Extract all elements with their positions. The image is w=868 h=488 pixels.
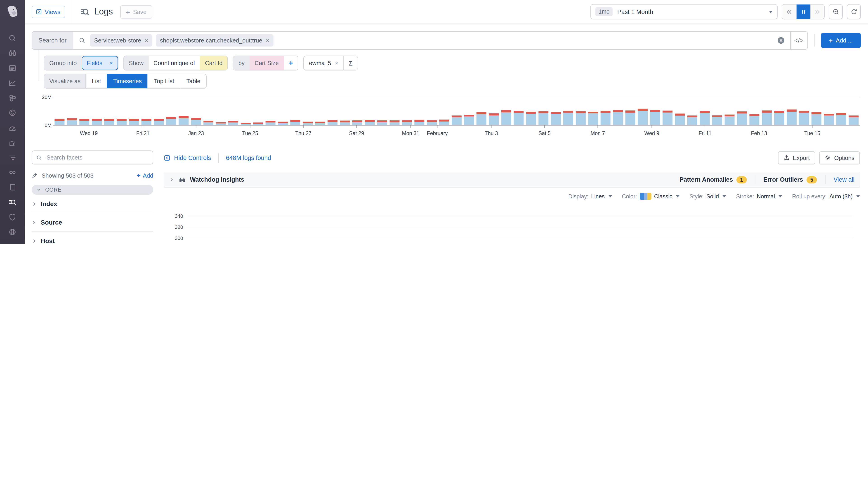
control-label: Display:: [568, 193, 588, 199]
svg-text:Wed 19: Wed 19: [80, 130, 98, 136]
security-icon[interactable]: [4, 210, 21, 225]
divider: [218, 153, 219, 163]
facet-section-index[interactable]: Index: [32, 195, 153, 213]
watchdog-item-pattern-anomalies[interactable]: Pattern Anomalies1: [680, 176, 747, 183]
group-by-control[interactable]: by Cart Size +: [233, 56, 299, 70]
log-search-bar[interactable]: Search for Service:web-store×shopist.web…: [32, 31, 808, 50]
search-filter-chip[interactable]: shopist.webstore.cart.checked_out:true×: [156, 34, 274, 46]
group-into-control[interactable]: Group into Fields ×: [44, 56, 119, 70]
zoom-out-icon: [832, 8, 839, 15]
visualize-option-top-list[interactable]: Top List: [148, 74, 180, 88]
hide-controls-button[interactable]: Hide Controls: [164, 154, 211, 161]
visualize-option-table[interactable]: Table: [180, 74, 206, 88]
page-title: Logs: [80, 6, 113, 17]
clear-search-button[interactable]: [777, 37, 785, 44]
divider: [72, 0, 72, 24]
pause-button[interactable]: [796, 4, 810, 19]
facet-name: Host: [41, 237, 55, 244]
show-measure-control[interactable]: Show Count unique of Cart Id: [123, 56, 228, 70]
save-label: Save: [133, 8, 147, 15]
watchdog-icon[interactable]: [4, 46, 21, 61]
plus-icon: +: [126, 8, 130, 15]
add-group-by-button[interactable]: +: [284, 56, 298, 70]
connector: [228, 63, 233, 63]
aggregation-value[interactable]: Count unique of: [149, 56, 200, 70]
zoom-out-button[interactable]: [829, 4, 843, 20]
facet-search-input[interactable]: [46, 154, 149, 161]
remove-icon[interactable]: ×: [145, 37, 148, 44]
sigma-function-button[interactable]: Σ: [343, 56, 358, 70]
add-query-button[interactable]: + Add ...: [821, 33, 861, 48]
facet-group-core[interactable]: CORE: [32, 185, 153, 195]
time-range-select[interactable]: 1mo Past 1 Month: [590, 4, 778, 20]
control-dropdown-display[interactable]: Lines: [591, 193, 612, 199]
views-button[interactable]: Views: [32, 6, 65, 18]
palette-swatch: [640, 193, 651, 200]
pencil-icon[interactable]: [32, 172, 38, 178]
svg-text:20M: 20M: [42, 94, 52, 100]
watchdog-insights-bar[interactable]: Watchdog Insights Pattern Anomalies1Erro…: [164, 172, 860, 188]
metrics-icon[interactable]: [4, 75, 21, 90]
view-all-link[interactable]: View all: [833, 176, 855, 183]
datadog-logo[interactable]: [0, 0, 25, 24]
control-label: Style:: [689, 193, 704, 199]
chevron-down-icon: [856, 195, 860, 197]
control-label: Roll up every:: [792, 193, 827, 199]
integrations-icon[interactable]: [4, 135, 21, 150]
visualize-option-timeseries[interactable]: Timeseries: [107, 74, 148, 88]
pipelines-icon[interactable]: [4, 150, 21, 165]
add-facet-button[interactable]: + Add: [137, 172, 153, 179]
options-label: Options: [834, 154, 855, 161]
control-dropdown-color[interactable]: Classic: [640, 193, 680, 200]
function-control[interactable]: ewma_5 × Σ: [304, 56, 358, 70]
apm-icon[interactable]: [4, 105, 21, 120]
export-icon: [783, 155, 789, 161]
control-dropdown-stroke[interactable]: Normal: [757, 193, 782, 199]
control-dropdown-roll-up-every[interactable]: Auto (3h): [829, 193, 860, 199]
facet-section-host[interactable]: Host: [32, 232, 153, 244]
facet-search-box[interactable]: [32, 151, 153, 164]
logs-found-link[interactable]: 648M logs found: [226, 154, 271, 161]
watchdog-item-error-outliers[interactable]: Error Outliers5: [763, 176, 817, 183]
remove-icon[interactable]: ×: [110, 60, 113, 66]
facet-section-source[interactable]: Source: [32, 213, 153, 232]
visualize-option-list[interactable]: List: [86, 74, 107, 88]
toolbar-buttons: Export Options: [778, 151, 860, 164]
control-dropdown-style[interactable]: Solid: [706, 193, 726, 199]
logs-icon[interactable]: [4, 195, 21, 210]
serverless-icon[interactable]: [4, 225, 21, 239]
results-toolbar: Hide Controls 648M logs found Export Opt…: [164, 151, 860, 164]
facet-name: Index: [41, 200, 57, 207]
remove-icon[interactable]: ×: [335, 60, 338, 66]
search-filter-chip[interactable]: Service:web-store×: [90, 34, 152, 46]
facet-count-text: Showing 503 of 503: [41, 172, 94, 179]
refresh-button[interactable]: [847, 4, 861, 20]
group-fields-chip[interactable]: Fields ×: [82, 56, 118, 70]
infrastructure-icon[interactable]: [4, 90, 21, 105]
timeseries-chart[interactable]: 0204060801001201401601802002202402602803…: [164, 208, 860, 244]
group-into-label: Group into: [44, 56, 82, 70]
step-forward-button[interactable]: [810, 4, 824, 19]
log-volume-chart[interactable]: 20M0MWed 19Fri 21Jan 23Tue 25Thu 27Sat 2…: [25, 93, 868, 147]
options-button[interactable]: Options: [819, 151, 860, 164]
measure-field-chip[interactable]: Cart Id: [200, 56, 228, 70]
code-view-button[interactable]: </>: [790, 32, 807, 49]
group-fields-value: Fields: [87, 60, 102, 66]
events-icon[interactable]: [4, 61, 21, 75]
remove-icon[interactable]: ×: [266, 37, 269, 44]
save-button[interactable]: + Save: [120, 5, 152, 18]
export-button[interactable]: Export: [778, 151, 815, 164]
control-value: Solid: [706, 193, 719, 199]
time-range-badge: 1mo: [595, 7, 613, 16]
connector: [299, 63, 304, 63]
svg-text:320: 320: [175, 224, 183, 230]
chip-text: shopist.webstore.cart.checked_out:true: [160, 37, 262, 44]
svg-text:340: 340: [175, 213, 183, 219]
by-field-chip[interactable]: Cart Size: [250, 56, 284, 70]
notebooks-icon[interactable]: [4, 180, 21, 195]
ci-icon[interactable]: [4, 165, 21, 180]
step-back-button[interactable]: [782, 4, 796, 19]
dashboards-icon[interactable]: [4, 120, 21, 135]
search-icon[interactable]: [4, 31, 21, 46]
function-chip[interactable]: ewma_5 ×: [304, 56, 343, 70]
